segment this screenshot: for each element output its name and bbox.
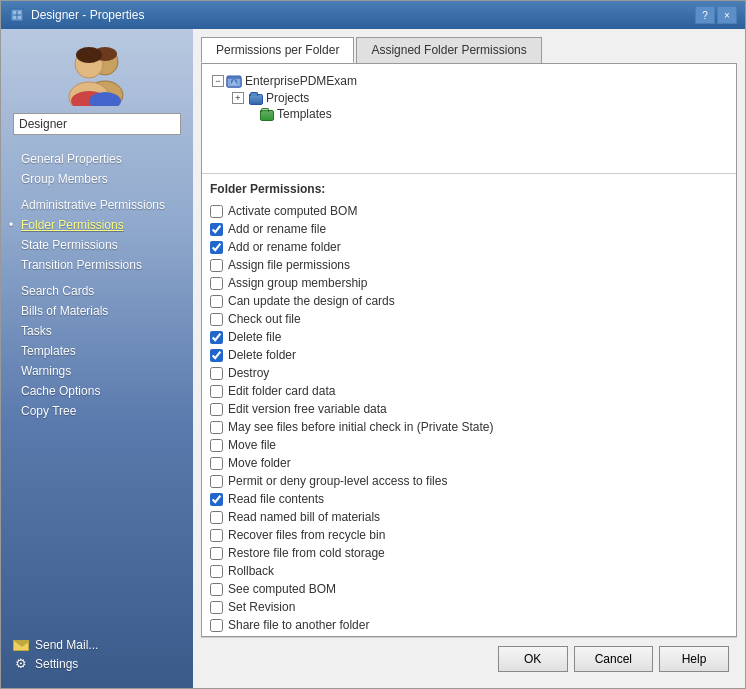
perm-delete-folder: Delete folder xyxy=(210,346,728,364)
folder-green-icon xyxy=(260,110,274,121)
perm-checkbox[interactable] xyxy=(210,619,223,632)
perm-label: Add or rename file xyxy=(228,222,326,236)
sidebar-item-label: Copy Tree xyxy=(21,404,76,418)
tab-permissions-per-folder[interactable]: Permissions per Folder xyxy=(201,37,354,63)
sidebar-item-general-properties[interactable]: General Properties xyxy=(1,149,193,169)
sidebar-item-state-permissions[interactable]: State Permissions xyxy=(1,235,193,255)
perm-share-file: Share file to another folder xyxy=(210,616,728,634)
tree-item-root[interactable]: − EnterprisePDMExam xyxy=(210,72,728,90)
perm-checkbox[interactable] xyxy=(210,529,223,542)
cancel-button[interactable]: Cancel xyxy=(574,646,653,672)
perm-checkbox[interactable] xyxy=(210,475,223,488)
tab-bar: Permissions per Folder Assigned Folder P… xyxy=(201,37,737,63)
perm-checkbox[interactable] xyxy=(210,421,223,434)
sidebar-item-label: Search Cards xyxy=(21,284,94,298)
help-titlebar-btn[interactable]: ? xyxy=(695,6,715,24)
perm-label: Set Revision xyxy=(228,600,295,614)
sidebar-item-search-cards[interactable]: Search Cards xyxy=(1,281,193,301)
perm-activate-computed-bom: Activate computed BOM xyxy=(210,202,728,220)
perm-assign-file-permissions: Assign file permissions xyxy=(210,256,728,274)
svg-point-8 xyxy=(76,47,102,63)
perm-checkbox[interactable] xyxy=(210,223,223,236)
perm-label: Permit or deny group-level access to fil… xyxy=(228,474,447,488)
tab-label: Assigned Folder Permissions xyxy=(371,43,526,57)
envelope-icon xyxy=(13,640,29,651)
perm-checkbox[interactable] xyxy=(210,277,223,290)
perm-checkbox[interactable] xyxy=(210,439,223,452)
perm-label: Assign group membership xyxy=(228,276,367,290)
settings-item[interactable]: ⚙ Settings xyxy=(13,656,181,672)
perm-label: Activate computed BOM xyxy=(228,204,357,218)
sidebar-item-label: Cache Options xyxy=(21,384,100,398)
perm-checkbox[interactable] xyxy=(210,601,223,614)
perm-checkbox[interactable] xyxy=(210,205,223,218)
perm-checkbox[interactable] xyxy=(210,313,223,326)
perm-checkbox[interactable] xyxy=(210,241,223,254)
expand-projects-btn[interactable]: + xyxy=(232,92,244,104)
perm-checkbox[interactable] xyxy=(210,457,223,470)
perm-see-computed-bom: See computed BOM xyxy=(210,580,728,598)
designer-name-input[interactable] xyxy=(13,113,181,135)
send-mail-item[interactable]: Send Mail... xyxy=(13,638,181,652)
sidebar-item-warnings[interactable]: Warnings xyxy=(1,361,193,381)
perm-checkbox[interactable] xyxy=(210,295,223,308)
ok-button[interactable]: OK xyxy=(498,646,568,672)
avatar-container xyxy=(1,29,193,109)
perm-edit-folder-card-data: Edit folder card data xyxy=(210,382,728,400)
tab-assigned-folder-permissions[interactable]: Assigned Folder Permissions xyxy=(356,37,541,63)
perm-label: Move folder xyxy=(228,456,291,470)
expand-root-btn[interactable]: − xyxy=(212,75,224,87)
sidebar-item-label: Templates xyxy=(21,344,76,358)
window-body: General Properties Group Members Adminis… xyxy=(1,29,745,688)
sidebar-item-label: State Permissions xyxy=(21,238,118,252)
sidebar-item-admin-permissions[interactable]: Administrative Permissions xyxy=(1,195,193,215)
perm-checkbox[interactable] xyxy=(210,349,223,362)
tree-item-label: Projects xyxy=(266,91,309,105)
tab-label: Permissions per Folder xyxy=(216,43,339,57)
perm-checkbox[interactable] xyxy=(210,385,223,398)
perm-assign-group-membership: Assign group membership xyxy=(210,274,728,292)
tree-item-projects[interactable]: + Projects xyxy=(210,90,728,106)
perm-checkbox[interactable] xyxy=(210,403,223,416)
folder-blue-icon xyxy=(249,94,263,105)
sidebar: General Properties Group Members Adminis… xyxy=(1,29,193,688)
bottom-bar: OK Cancel Help xyxy=(201,637,737,680)
sidebar-item-label: Warnings xyxy=(21,364,71,378)
perm-label: Delete file xyxy=(228,330,281,344)
perm-label: Read file contents xyxy=(228,492,324,506)
tree-item-label: EnterprisePDMExam xyxy=(245,74,357,88)
sidebar-item-folder-permissions[interactable]: Folder Permissions xyxy=(1,215,193,235)
perm-checkbox[interactable] xyxy=(210,565,223,578)
sidebar-item-transition-permissions[interactable]: Transition Permissions xyxy=(1,255,193,275)
sidebar-item-tasks[interactable]: Tasks xyxy=(1,321,193,341)
perm-label: Destroy xyxy=(228,366,269,380)
close-btn[interactable]: × xyxy=(717,6,737,24)
title-bar-controls: ? × xyxy=(695,6,737,24)
perm-checkbox[interactable] xyxy=(210,493,223,506)
sidebar-item-group-members[interactable]: Group Members xyxy=(1,169,193,189)
permissions-label: Folder Permissions: xyxy=(210,182,728,196)
perm-checkbox[interactable] xyxy=(210,331,223,344)
perm-restore-cold-storage: Restore file from cold storage xyxy=(210,544,728,562)
sidebar-item-copy-tree[interactable]: Copy Tree xyxy=(1,401,193,421)
perm-checkbox[interactable] xyxy=(210,367,223,380)
sidebar-nav: General Properties Group Members Adminis… xyxy=(1,145,193,630)
perm-destroy: Destroy xyxy=(210,364,728,382)
perm-may-see-files-before-checkin: May see files before initial check in (P… xyxy=(210,418,728,436)
sidebar-bottom: Send Mail... ⚙ Settings xyxy=(1,630,193,680)
perm-checkbox[interactable] xyxy=(210,259,223,272)
perm-add-rename-folder: Add or rename folder xyxy=(210,238,728,256)
perm-label: Rollback xyxy=(228,564,274,578)
perm-checkbox[interactable] xyxy=(210,583,223,596)
tree-item-templates[interactable]: Templates xyxy=(210,106,728,122)
sidebar-item-cache-options[interactable]: Cache Options xyxy=(1,381,193,401)
perm-label: Move file xyxy=(228,438,276,452)
perm-checkbox[interactable] xyxy=(210,547,223,560)
perm-read-file-contents: Read file contents xyxy=(210,490,728,508)
sidebar-item-bills-of-materials[interactable]: Bills of Materials xyxy=(1,301,193,321)
folder-tree: − EnterprisePDMExam + xyxy=(202,64,736,174)
perm-label: Assign file permissions xyxy=(228,258,350,272)
sidebar-item-templates[interactable]: Templates xyxy=(1,341,193,361)
perm-checkbox[interactable] xyxy=(210,511,223,524)
help-button[interactable]: Help xyxy=(659,646,729,672)
